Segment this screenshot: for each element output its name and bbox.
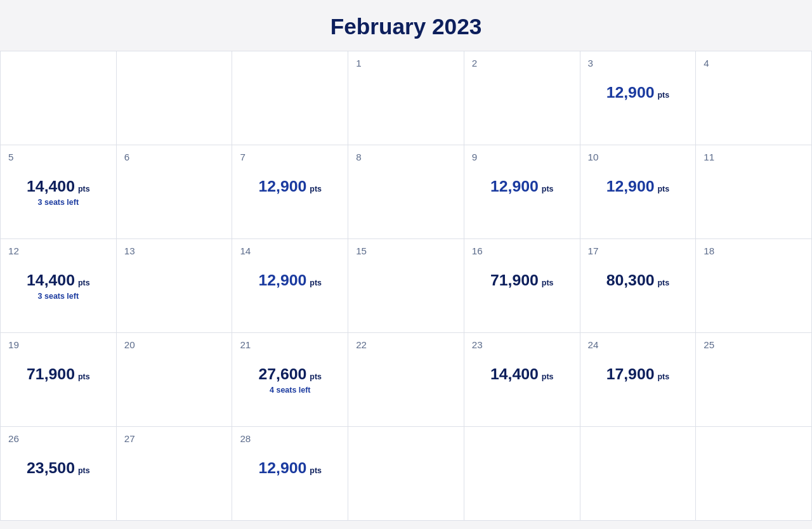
day-content: 23,500pts (8, 459, 108, 477)
points-value: 12,900 (606, 178, 655, 195)
calendar-cell[interactable]: 27 (117, 427, 233, 521)
day-points: 12,900pts (259, 178, 322, 195)
calendar-cell[interactable]: 6 (117, 145, 233, 239)
day-number: 7 (240, 152, 245, 162)
calendar-cell[interactable]: 1214,400pts3 seats left (1, 239, 117, 333)
points-suffix: pts (657, 185, 669, 193)
calendar-cell[interactable]: 312,900pts (580, 51, 697, 145)
day-number: 15 (356, 245, 367, 256)
calendar-cell[interactable]: 8 (348, 145, 464, 239)
calendar-cell[interactable]: 1012,900pts (580, 145, 697, 239)
day-number: 18 (704, 245, 714, 256)
day-number: 3 (588, 58, 593, 69)
day-number: 14 (240, 245, 251, 256)
calendar-cell[interactable]: 2127,600pts4 seats left (232, 333, 348, 427)
day-content: 71,900pts (8, 365, 108, 383)
day-content: 14,400pts3 seats left (8, 271, 108, 301)
day-number: 24 (588, 339, 599, 350)
points-value: 14,400 (27, 178, 75, 195)
calendar-cell (696, 427, 812, 521)
day-points: 14,400pts (27, 271, 90, 289)
day-content: 80,300pts (588, 271, 688, 289)
calendar-cell[interactable]: 712,900pts (232, 145, 348, 239)
day-number: 5 (8, 152, 13, 162)
points-value: 71,900 (27, 365, 75, 383)
day-content: 12,900pts (240, 459, 340, 477)
points-value: 27,600 (259, 365, 307, 383)
points-value: 12,900 (259, 178, 307, 195)
day-number: 21 (240, 339, 251, 350)
points-suffix: pts (78, 185, 90, 193)
points-suffix: pts (78, 278, 90, 287)
calendar-cell[interactable]: 13 (117, 239, 233, 333)
points-value: 14,400 (27, 271, 75, 289)
calendar-cell[interactable]: 25 (696, 333, 812, 427)
day-content: 12,900pts (588, 84, 688, 101)
calendar-cell[interactable]: 2623,500pts (1, 427, 117, 521)
day-number: 20 (124, 339, 135, 350)
calendar-cell[interactable]: 2812,900pts (232, 427, 348, 521)
calendar-cell[interactable]: 22 (348, 333, 464, 427)
seats-left: 4 seats left (240, 386, 340, 395)
day-number: 23 (472, 339, 483, 350)
calendar-cell[interactable]: 18 (696, 239, 812, 333)
day-number: 26 (8, 433, 19, 444)
points-value: 12,900 (490, 178, 539, 195)
day-points: 80,300pts (606, 271, 670, 289)
points-suffix: pts (542, 372, 554, 381)
day-points: 14,400pts (490, 365, 554, 383)
calendar-cell[interactable]: 15 (348, 239, 464, 333)
day-points: 12,900pts (606, 84, 670, 101)
seats-left: 3 seats left (8, 198, 108, 207)
day-points: 12,900pts (259, 271, 322, 289)
calendar-cell[interactable]: 2 (464, 51, 580, 145)
day-number: 12 (8, 245, 19, 256)
day-number: 28 (240, 433, 251, 444)
day-number: 1 (356, 58, 361, 69)
day-number: 8 (356, 152, 361, 162)
day-content: 27,600pts4 seats left (240, 365, 340, 395)
calendar-cell (1, 51, 117, 145)
day-content: 17,900pts (588, 365, 688, 383)
day-points: 14,400pts (27, 178, 90, 195)
day-points: 12,900pts (259, 459, 322, 477)
points-value: 80,300 (606, 271, 655, 289)
day-points: 12,900pts (490, 178, 554, 195)
day-number: 13 (124, 245, 135, 256)
day-number: 17 (588, 245, 599, 256)
day-number: 11 (704, 152, 714, 162)
calendar-cell[interactable]: 1971,900pts (1, 333, 117, 427)
calendar-cell[interactable]: 1671,900pts (464, 239, 580, 333)
points-value: 12,900 (259, 271, 307, 289)
calendar-cell[interactable]: 4 (696, 51, 812, 145)
calendar-cell[interactable]: 2314,400pts (464, 333, 580, 427)
day-number: 10 (588, 152, 599, 162)
points-suffix: pts (657, 91, 669, 100)
calendar-cell (348, 427, 464, 521)
calendar-cell[interactable]: 20 (117, 333, 233, 427)
calendar-cell[interactable]: 11 (696, 145, 812, 239)
calendar-cell[interactable]: 1412,900pts (232, 239, 348, 333)
points-suffix: pts (657, 372, 669, 381)
calendar-cell[interactable]: 2417,900pts (580, 333, 697, 427)
calendar-cell[interactable]: 1 (348, 51, 464, 145)
points-value: 17,900 (606, 365, 655, 383)
points-suffix: pts (310, 372, 322, 381)
day-content: 71,900pts (472, 271, 572, 289)
calendar-cell[interactable]: 912,900pts (464, 145, 580, 239)
day-number: 4 (704, 58, 709, 69)
calendar-grid: 12312,900pts4514,400pts3 seats left6712,… (0, 51, 812, 521)
calendar-cell (464, 427, 580, 521)
points-suffix: pts (78, 372, 90, 381)
day-content: 12,900pts (472, 178, 572, 195)
calendar-cell (232, 51, 348, 145)
calendar-title: February 2023 (0, 0, 812, 51)
points-suffix: pts (657, 278, 669, 287)
points-value: 12,900 (606, 84, 655, 101)
day-content: 14,400pts (472, 365, 572, 383)
day-content: 14,400pts3 seats left (8, 178, 108, 207)
day-number: 9 (472, 152, 477, 162)
day-number: 6 (124, 152, 129, 162)
calendar-cell[interactable]: 1780,300pts (580, 239, 697, 333)
calendar-cell[interactable]: 514,400pts3 seats left (1, 145, 117, 239)
